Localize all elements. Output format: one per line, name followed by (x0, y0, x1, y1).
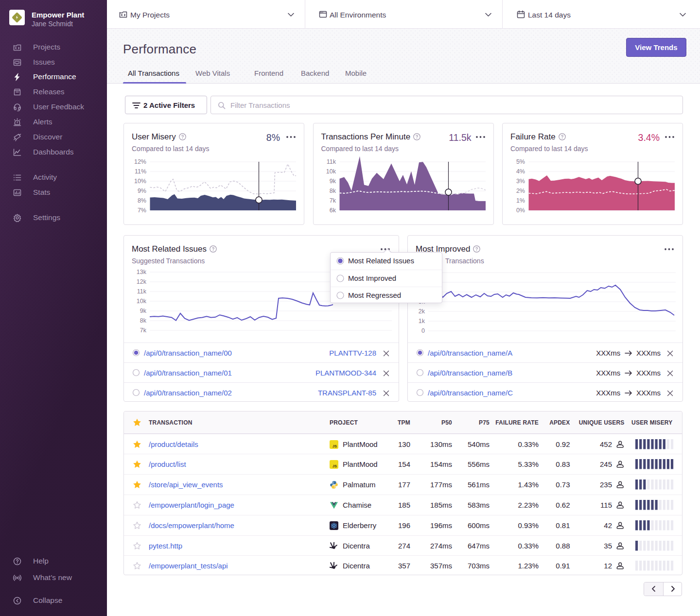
svg-text:6k: 6k (329, 207, 336, 214)
svg-text:13k: 13k (137, 269, 147, 275)
svg-text:11k: 11k (326, 158, 336, 165)
svg-text:12k: 12k (137, 278, 147, 285)
svg-text:7k: 7k (140, 327, 147, 334)
svg-text:10k: 10k (137, 298, 147, 305)
svg-text:7k: 7k (329, 197, 336, 204)
svg-text:11%: 11% (135, 168, 146, 175)
svg-text:4%: 4% (516, 168, 525, 175)
svg-text:8k: 8k (329, 188, 336, 194)
svg-text:8k: 8k (140, 317, 147, 324)
svg-text:11k: 11k (137, 288, 147, 295)
svg-text:1k: 1k (419, 318, 425, 325)
svg-text:5%: 5% (516, 158, 525, 165)
svg-text:8%: 8% (138, 197, 146, 204)
svg-text:12%: 12% (134, 158, 146, 165)
svg-text:9k: 9k (140, 308, 147, 314)
svg-text:1%: 1% (516, 197, 525, 204)
svg-text:3%: 3% (516, 178, 525, 185)
svg-text:7%: 7% (138, 207, 146, 214)
svg-text:JS: JS (332, 464, 337, 468)
svg-text:9%: 9% (138, 188, 146, 194)
svg-text:10%: 10% (134, 178, 146, 185)
svg-text:JS: JS (332, 444, 337, 448)
svg-text:2k: 2k (419, 308, 425, 315)
svg-text:2%: 2% (516, 188, 525, 194)
svg-text:0: 0 (421, 327, 425, 334)
svg-text:9k: 9k (329, 178, 336, 185)
svg-text:0%: 0% (516, 207, 525, 214)
svg-text:10k: 10k (326, 168, 336, 175)
